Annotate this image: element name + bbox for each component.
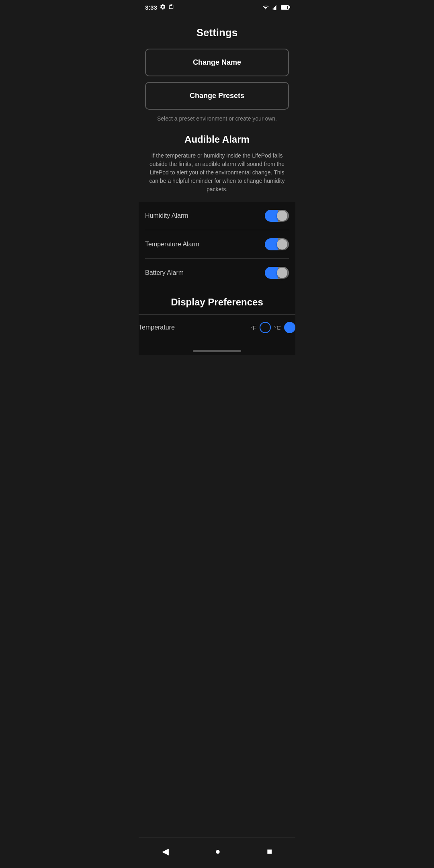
preset-description: Select a preset environment or create yo… (145, 115, 289, 122)
main-content: Settings Change Name Change Presets Sele… (139, 14, 295, 194)
temperature-alarm-thumb (277, 239, 287, 250)
settings-icon (160, 4, 166, 11)
fahrenheit-label: °F (250, 324, 256, 331)
svg-rect-1 (274, 7, 275, 10)
status-right (262, 4, 289, 10)
clipboard-icon (168, 4, 174, 11)
scroll-hint-container (139, 340, 295, 355)
battery-alarm-track (265, 267, 289, 279)
display-preferences-title: Display Preferences (139, 287, 295, 314)
svg-rect-2 (275, 6, 276, 10)
status-bar: 3:33 (139, 0, 295, 14)
battery-icon (281, 5, 289, 10)
battery-alarm-row: Battery Alarm (145, 259, 289, 287)
change-presets-button[interactable]: Change Presets (145, 82, 289, 110)
temperature-alarm-row: Temperature Alarm (145, 230, 289, 259)
audible-alarm-description: If the temperature or humidity inside th… (145, 151, 289, 194)
bottom-spacer (139, 355, 295, 387)
humidity-alarm-toggle[interactable] (265, 210, 289, 222)
temperature-alarm-toggle[interactable] (265, 238, 289, 250)
battery-alarm-toggle[interactable] (265, 267, 289, 279)
humidity-alarm-label: Humidity Alarm (145, 212, 188, 219)
temperature-display-label: Temperature (139, 324, 175, 331)
humidity-alarm-row: Humidity Alarm (145, 202, 289, 230)
humidity-alarm-track (265, 210, 289, 222)
status-time: 3:33 (145, 4, 157, 11)
status-left: 3:33 (145, 4, 174, 11)
change-name-button[interactable]: Change Name (145, 49, 289, 76)
svg-rect-3 (276, 5, 277, 10)
battery-alarm-thumb (277, 268, 287, 278)
temperature-alarm-track (265, 238, 289, 250)
celsius-label: °C (274, 324, 281, 331)
audible-alarm-title: Audible Alarm (145, 134, 289, 145)
temperature-options: °F °C (250, 322, 295, 333)
signal-icon (272, 4, 278, 10)
wifi-icon (262, 4, 270, 10)
temperature-display-row: Temperature °F °C (139, 314, 295, 340)
celsius-radio[interactable] (284, 322, 295, 333)
alarm-toggles-section: Humidity Alarm Temperature Alarm Battery… (139, 202, 295, 287)
display-preferences-section: Display Preferences Temperature °F °C (139, 287, 295, 355)
battery-alarm-label: Battery Alarm (145, 269, 184, 276)
temperature-alarm-label: Temperature Alarm (145, 241, 199, 248)
page-title: Settings (145, 27, 289, 39)
fahrenheit-radio[interactable] (260, 322, 271, 333)
scroll-hint (193, 350, 241, 352)
svg-rect-0 (273, 8, 274, 10)
humidity-alarm-thumb (277, 211, 287, 221)
